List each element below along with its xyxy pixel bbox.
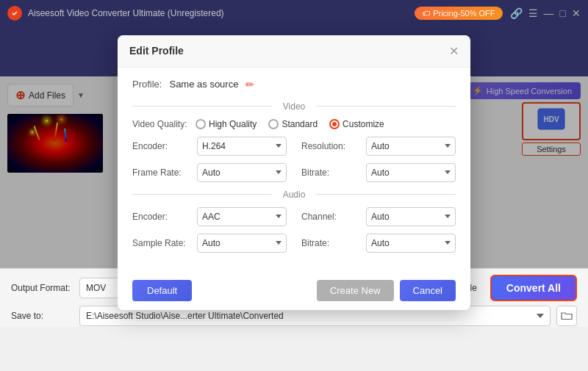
close-icon[interactable]: ✕ [572, 7, 581, 19]
default-button[interactable]: Default [132, 280, 192, 301]
encoder-row: Encoder: H.264 [132, 137, 287, 156]
app-icon [7, 6, 22, 21]
dialog-close-button[interactable]: ✕ [449, 44, 459, 58]
save-to-label: Save to: [11, 311, 74, 321]
sample-rate-row: Sample Rate: Auto [132, 234, 287, 253]
radio-high-quality[interactable]: High Quality [196, 119, 257, 129]
sample-rate-label: Sample Rate: [132, 238, 191, 248]
video-bitrate-select[interactable]: Auto [366, 163, 456, 182]
minimize-icon[interactable]: — [544, 7, 554, 19]
video-bitrate-label: Bitrate: [301, 168, 360, 178]
video-quality-row: Video Quality: High Quality Standard Cus… [132, 119, 456, 129]
channel-select[interactable]: Auto [366, 207, 456, 226]
audio-bitrate-row: Bitrate: Auto [301, 234, 456, 253]
create-new-button[interactable]: Create New [317, 280, 394, 301]
dialog-title: Edit Profile [129, 45, 184, 57]
titlebar: Aiseesoft Video Converter Ultimate (Unre… [0, 0, 588, 26]
audio-encoder-label: Encoder: [132, 212, 191, 222]
encoder-label: Encoder: [132, 141, 191, 151]
menu-icon[interactable]: ☰ [528, 7, 538, 19]
cancel-button[interactable]: Cancel [400, 280, 456, 301]
app-title: Aiseesoft Video Converter Ultimate (Unre… [28, 8, 224, 18]
radio-customize-label: Customize [343, 119, 384, 129]
video-bitrate-row: Bitrate: Auto [301, 163, 456, 182]
convert-all-button[interactable]: Convert All [490, 275, 577, 301]
audio-bitrate-select[interactable]: Auto [366, 234, 456, 253]
video-section-label: Video [272, 101, 316, 112]
radio-standard-circle [268, 119, 279, 129]
audio-form-grid: Encoder: AAC Channel: Auto Sample Rate: [132, 207, 456, 253]
audio-encoder-row: Encoder: AAC [132, 207, 287, 226]
dialog-body: Profile: Same as source ✏ Video Video Qu… [118, 68, 470, 271]
folder-icon [561, 310, 573, 322]
radio-customize-circle [329, 119, 340, 129]
dialog-footer: Default Create New Cancel [118, 271, 470, 310]
audio-bitrate-label: Bitrate: [301, 238, 360, 248]
sample-rate-select[interactable]: Auto [197, 234, 287, 253]
edit-profile-dialog: Edit Profile ✕ Profile: Same as source ✏… [118, 35, 470, 310]
window-controls: 🔗 ☰ — □ ✕ [510, 7, 581, 19]
audio-section-label: Audio [272, 190, 317, 200]
dialog-header: Edit Profile ✕ [118, 35, 470, 68]
radio-high-quality-circle [196, 119, 206, 129]
profile-label: Profile: [132, 79, 162, 90]
profile-value: Same as source [169, 79, 238, 90]
link-icon[interactable]: 🔗 [510, 7, 523, 19]
frame-rate-row: Frame Rate: Auto [132, 163, 287, 182]
audio-encoder-select[interactable]: AAC [197, 207, 287, 226]
browse-folder-button[interactable] [556, 306, 577, 326]
pricing-label: Pricing-50% OFF [433, 9, 495, 18]
frame-rate-select[interactable]: Auto [197, 163, 287, 182]
channel-row: Channel: Auto [301, 207, 456, 226]
frame-rate-label: Frame Rate: [132, 168, 191, 178]
titlebar-left: Aiseesoft Video Converter Ultimate (Unre… [7, 6, 224, 21]
radio-customize[interactable]: Customize [329, 119, 384, 129]
modal-overlay: Edit Profile ✕ Profile: Same as source ✏… [0, 76, 588, 268]
maximize-icon[interactable]: □ [560, 7, 566, 19]
resolution-select[interactable]: Auto [366, 137, 456, 156]
resolution-row: Resolution: Auto [301, 137, 456, 156]
output-format-label: Output Format: [11, 283, 74, 293]
main-content: ⊕ Add Files ▼ ⚡ High Speed Conversion 00… [0, 76, 588, 268]
radio-standard-label: Standard [282, 119, 318, 129]
audio-section-divider: Audio [132, 190, 456, 200]
footer-right-buttons: Create New Cancel [317, 280, 456, 301]
radio-standard[interactable]: Standard [268, 119, 318, 129]
radio-high-quality-label: High Quality [209, 119, 257, 129]
video-section-divider: Video [132, 101, 456, 112]
profile-row: Profile: Same as source ✏ [132, 79, 456, 90]
edit-icon[interactable]: ✏ [245, 79, 254, 90]
pricing-button[interactable]: 🏷 Pricing-50% OFF [415, 7, 502, 20]
titlebar-right: 🏷 Pricing-50% OFF 🔗 ☰ — □ ✕ [415, 7, 581, 20]
video-quality-label: Video Quality: [132, 119, 191, 129]
channel-label: Channel: [301, 212, 360, 222]
resolution-label: Resolution: [301, 141, 360, 151]
tag-icon: 🏷 [422, 9, 430, 18]
video-form-grid: Encoder: H.264 Resolution: Auto Frame Ra… [132, 137, 456, 182]
encoder-select[interactable]: H.264 [197, 137, 287, 156]
